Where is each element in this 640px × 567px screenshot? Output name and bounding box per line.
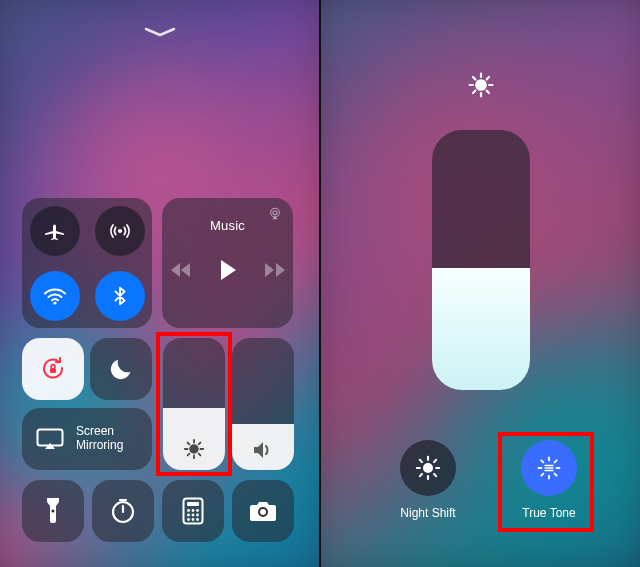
airplane-mode-toggle[interactable] (30, 206, 80, 256)
play-button[interactable] (218, 259, 238, 281)
svg-point-29 (196, 518, 199, 521)
svg-point-31 (260, 509, 266, 515)
flashlight-icon (45, 496, 61, 526)
svg-point-27 (187, 518, 190, 521)
true-tone-button[interactable]: True Tone (499, 440, 599, 520)
svg-rect-58 (544, 465, 553, 466)
svg-point-32 (476, 80, 486, 90)
calculator-icon (182, 497, 204, 525)
svg-line-55 (555, 474, 557, 476)
brightness-icon (183, 438, 205, 460)
music-tile[interactable]: Music (162, 198, 293, 328)
svg-point-1 (53, 301, 56, 304)
svg-line-37 (472, 77, 474, 79)
svg-line-54 (541, 460, 543, 462)
svg-rect-59 (544, 467, 553, 468)
svg-point-26 (196, 514, 199, 517)
svg-rect-60 (544, 470, 553, 471)
night-shift-button[interactable]: Night Shift (378, 440, 478, 520)
svg-line-39 (472, 91, 474, 93)
screen-mirroring-icon (36, 428, 64, 450)
svg-rect-20 (187, 502, 199, 506)
svg-line-12 (199, 454, 201, 456)
svg-point-24 (187, 514, 190, 517)
svg-line-47 (434, 474, 436, 476)
svg-point-41 (423, 463, 433, 473)
camera-button[interactable] (232, 480, 294, 542)
svg-line-14 (199, 443, 201, 445)
svg-line-49 (434, 460, 436, 462)
volume-slider[interactable] (232, 338, 294, 470)
svg-line-40 (486, 77, 488, 79)
airplay-audio-icon (267, 206, 283, 222)
svg-line-13 (188, 454, 190, 456)
control-center-panel: Music Screen Mirroring (0, 0, 319, 567)
calculator-button[interactable] (162, 480, 224, 542)
svg-point-3 (271, 208, 280, 217)
svg-line-46 (420, 460, 422, 462)
connectivity-tile[interactable] (22, 198, 152, 328)
orientation-lock-icon (38, 354, 68, 384)
svg-line-56 (541, 474, 543, 476)
chevron-down-icon[interactable] (143, 26, 177, 38)
cellular-data-toggle[interactable] (95, 206, 145, 256)
night-shift-label: Night Shift (378, 506, 478, 520)
svg-point-28 (192, 518, 195, 521)
camera-icon (248, 499, 278, 523)
svg-point-22 (192, 509, 195, 512)
brightness-slider[interactable] (163, 338, 225, 470)
svg-point-2 (273, 211, 277, 215)
cellular-icon (107, 218, 133, 244)
night-shift-icon (414, 454, 442, 482)
svg-line-38 (486, 91, 488, 93)
do-not-disturb-toggle[interactable] (90, 338, 152, 400)
svg-point-21 (187, 509, 190, 512)
svg-point-23 (196, 509, 199, 512)
svg-line-48 (420, 474, 422, 476)
svg-point-0 (117, 228, 121, 232)
bluetooth-toggle[interactable] (95, 271, 145, 321)
wifi-icon (42, 283, 68, 309)
brightness-icon (468, 72, 494, 98)
true-tone-label: True Tone (499, 506, 599, 520)
bluetooth-icon (109, 285, 131, 307)
svg-point-6 (190, 445, 198, 453)
next-track-button[interactable] (264, 262, 286, 278)
previous-track-button[interactable] (170, 262, 192, 278)
flashlight-button[interactable] (22, 480, 84, 542)
svg-rect-4 (50, 368, 56, 373)
volume-icon (251, 440, 275, 460)
airplane-icon (43, 219, 67, 243)
svg-line-57 (555, 460, 557, 462)
timer-icon (109, 497, 137, 525)
svg-line-11 (188, 443, 190, 445)
brightness-slider-large[interactable] (432, 130, 530, 390)
svg-point-15 (52, 510, 55, 513)
orientation-lock-toggle[interactable] (22, 338, 84, 400)
brightness-detail-panel: Night Shift True Tone (321, 0, 640, 567)
wifi-toggle[interactable] (30, 271, 80, 321)
moon-icon (107, 355, 135, 383)
screen-mirroring-button[interactable]: Screen Mirroring (22, 408, 152, 470)
true-tone-icon (535, 454, 563, 482)
timer-button[interactable] (92, 480, 154, 542)
svg-point-25 (192, 514, 195, 517)
screen-mirroring-label: Screen Mirroring (76, 425, 123, 453)
